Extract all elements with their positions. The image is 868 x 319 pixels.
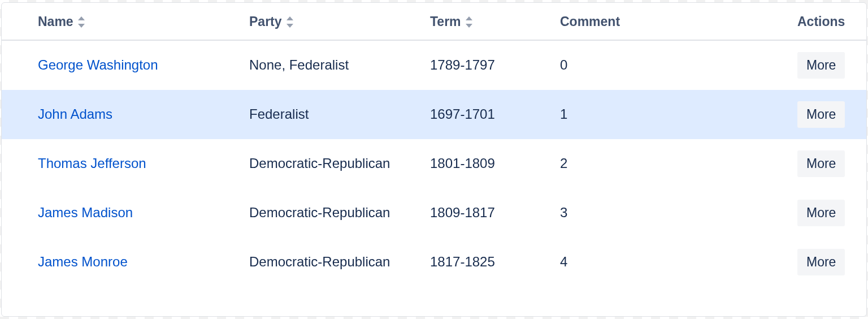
- party-cell: Federalist: [239, 90, 420, 139]
- comment-cell: 0: [550, 40, 787, 90]
- table-row: James MadisonDemocratic-Republican1809-1…: [2, 188, 866, 238]
- name-link[interactable]: James Monroe: [38, 254, 128, 269]
- table-row: Thomas JeffersonDemocratic-Republican180…: [2, 139, 866, 188]
- name-link[interactable]: Thomas Jefferson: [38, 156, 146, 171]
- name-link[interactable]: John Adams: [38, 106, 112, 122]
- column-header-party[interactable]: Party: [249, 14, 293, 29]
- presidents-table: Name Party Term: [2, 3, 866, 287]
- column-header-actions: Actions: [797, 14, 845, 29]
- sort-icon: [287, 16, 293, 28]
- term-cell: 1801-1809: [420, 139, 550, 188]
- comment-cell: 3: [550, 188, 787, 238]
- table-panel: Name Party Term: [1, 2, 867, 317]
- column-header-name[interactable]: Name: [38, 14, 85, 29]
- term-cell: 1817-1825: [420, 238, 550, 287]
- more-button[interactable]: More: [797, 200, 845, 226]
- name-link[interactable]: James Madison: [38, 205, 133, 220]
- checker-canvas: Name Party Term: [0, 0, 868, 319]
- column-header-term[interactable]: Term: [430, 14, 472, 29]
- party-cell: Democratic-Republican: [239, 139, 420, 188]
- more-button[interactable]: More: [797, 52, 845, 79]
- party-cell: Democratic-Republican: [239, 188, 420, 238]
- sort-icon: [466, 16, 472, 28]
- more-button[interactable]: More: [797, 249, 845, 275]
- term-cell: 1809-1817: [420, 188, 550, 238]
- comment-cell: 1: [550, 90, 787, 139]
- more-button[interactable]: More: [797, 150, 845, 177]
- party-cell: None, Federalist: [239, 40, 420, 90]
- table-row: James MonroeDemocratic-Republican1817-18…: [2, 238, 866, 287]
- column-header-party-label: Party: [249, 14, 282, 29]
- column-header-term-label: Term: [430, 14, 461, 29]
- comment-cell: 4: [550, 238, 787, 287]
- table-header-row: Name Party Term: [2, 3, 866, 40]
- sort-icon: [78, 16, 85, 28]
- column-header-name-label: Name: [38, 14, 73, 29]
- comment-cell: 2: [550, 139, 787, 188]
- table-row: John AdamsFederalist1697-17011More: [2, 90, 866, 139]
- name-link[interactable]: George Washington: [38, 57, 158, 72]
- table-row: George WashingtonNone, Federalist1789-17…: [2, 40, 866, 90]
- table-body: George WashingtonNone, Federalist1789-17…: [2, 40, 866, 287]
- term-cell: 1697-1701: [420, 90, 550, 139]
- term-cell: 1789-1797: [420, 40, 550, 90]
- party-cell: Democratic-Republican: [239, 238, 420, 287]
- column-header-comment: Comment: [560, 14, 620, 29]
- more-button[interactable]: More: [797, 101, 845, 128]
